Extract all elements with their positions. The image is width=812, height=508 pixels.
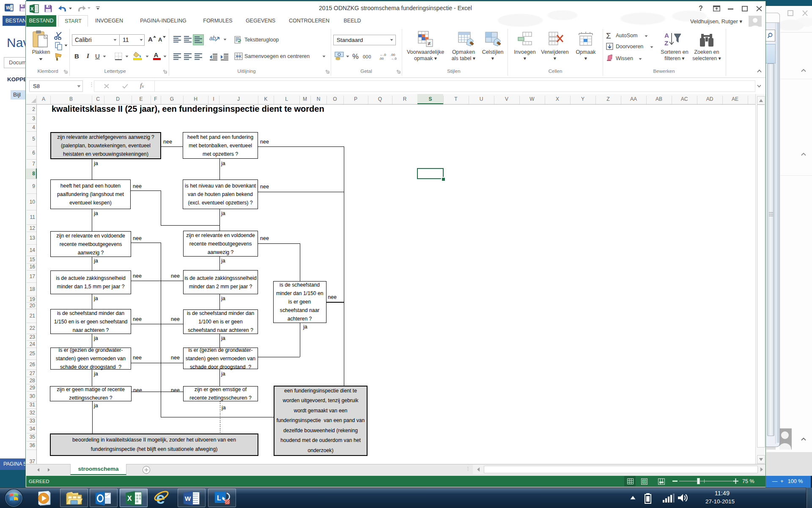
svg-text:A: A (664, 32, 669, 39)
svg-text:≠: ≠ (428, 40, 431, 47)
svg-text:.00: .00 (390, 53, 395, 57)
svg-text:X: X (30, 6, 34, 11)
svg-text:Z: Z (664, 39, 668, 47)
svg-text:L: L (217, 494, 221, 502)
svg-text:←.0: ←.0 (380, 53, 386, 57)
svg-text:.00: .00 (379, 57, 384, 60)
svg-text:→.0: →.0 (390, 57, 397, 60)
svg-text:W: W (185, 495, 191, 502)
svg-text:X: X (127, 495, 132, 502)
